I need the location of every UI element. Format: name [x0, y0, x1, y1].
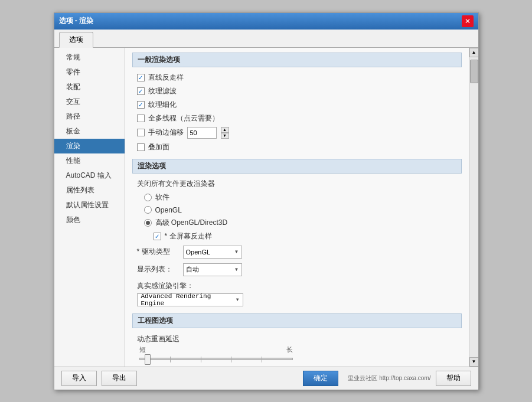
- radio-opengl[interactable]: [144, 206, 152, 214]
- content-area: 常规 零件 装配 交互 路径 板金 渲染 性能 AutoCAD 输入 属性列表 …: [54, 48, 478, 367]
- title-bar: 选项 - 渲染 ✕: [54, 13, 478, 30]
- spinner-down[interactable]: ▼: [221, 133, 229, 139]
- label-fullscreen-aa: * 全屏幕反走样: [165, 231, 212, 241]
- dropdown-display-list[interactable]: 自动 ▼: [183, 263, 242, 276]
- section-general-render: 一般渲染选项: [132, 53, 462, 67]
- label-long-1: 长: [286, 345, 293, 354]
- option-texture-filter: 纹理滤波: [132, 84, 462, 98]
- option-multiline: 全多线程（点云需要）: [132, 112, 462, 125]
- checkbox-texture-filter[interactable]: [137, 87, 145, 95]
- dropdown-display-arrow: ▼: [234, 267, 239, 272]
- bottom-right: 确定 里业云社区 http://top.caxa.com/ 帮助: [303, 371, 471, 386]
- spinner-manual-edge[interactable]: 50: [187, 127, 217, 139]
- label-texture-detail: 纹理细化: [148, 100, 177, 110]
- dropdown-driver-arrow: ▼: [234, 249, 239, 254]
- sidebar-item-sheetmetal[interactable]: 板金: [54, 124, 125, 139]
- sidebar-item-assembly[interactable]: 装配: [54, 80, 125, 94]
- sidebar-item-render[interactable]: 渲染: [54, 139, 125, 153]
- dynamic-redraw-labels: 短 长: [139, 345, 293, 354]
- label-opengl: OpenGL: [155, 206, 182, 214]
- label-advanced: 高级 OpenGL/Direct3D: [155, 218, 228, 228]
- radio-advanced-row: 高级 OpenGL/Direct3D: [132, 216, 462, 230]
- main-window: 选项 - 渲染 ✕ 选项 常规 零件 装配 交互 路径 板金 渲染 性能 Aut…: [54, 12, 479, 390]
- scrollbar: ▲ ▼: [469, 48, 478, 367]
- checkbox-fullscreen-aa[interactable]: [154, 233, 161, 240]
- real-render-row: 真实感渲染引擎： Advanced Rendering Engine ▼: [132, 279, 462, 309]
- label-driver-type: * 驱动类型: [137, 247, 178, 257]
- sidebar-item-part[interactable]: 零件: [54, 65, 125, 80]
- bottom-bar: 导入 导出 确定 里业云社区 http://top.caxa.com/ 帮助: [54, 367, 478, 390]
- tab-options[interactable]: 选项: [59, 32, 93, 48]
- label-short-1: 短: [139, 345, 146, 354]
- sidebar-item-performance[interactable]: 性能: [54, 153, 125, 168]
- sidebar-item-autocad[interactable]: AutoCAD 输入: [54, 168, 125, 183]
- import-button[interactable]: 导入: [61, 371, 97, 386]
- driver-type-row: * 驱动类型 OpenGL ▼: [132, 243, 462, 261]
- scroll-down[interactable]: ▼: [469, 357, 478, 367]
- spinner-up[interactable]: ▲: [221, 127, 229, 133]
- option-antialiasing: 直线反走样: [132, 71, 462, 84]
- section-drawing-options: 工程图选项: [132, 313, 462, 328]
- scroll-thumb[interactable]: [470, 60, 478, 83]
- display-list-row: 显示列表： 自动 ▼: [132, 261, 462, 279]
- slider-track-1[interactable]: [139, 358, 293, 360]
- close-all-files-row: 关闭所有文件更改渲染器: [132, 177, 462, 191]
- option-overlay: 叠加面: [132, 140, 462, 154]
- label-texture-filter: 纹理滤波: [148, 86, 177, 96]
- radio-software-row: 软件: [132, 191, 462, 204]
- label-real-render: 真实感渲染引擎：: [137, 281, 457, 291]
- checkbox-manual-edge[interactable]: [137, 129, 145, 136]
- dropdown-driver-type[interactable]: OpenGL ▼: [183, 246, 242, 259]
- sidebar-item-color[interactable]: 颜色: [54, 213, 125, 227]
- label-multiline: 全多线程（点云需要）: [148, 113, 219, 123]
- label-manual-edge: 手动边偏移: [148, 128, 184, 138]
- spinner-buttons[interactable]: ▲ ▼: [221, 127, 229, 139]
- sub-checkbox-fullscreen: * 全屏幕反走样: [132, 230, 462, 243]
- label-close-all: 关闭所有文件更改渲染器: [137, 179, 215, 189]
- dropdown-real-render[interactable]: Advanced Rendering Engine ▼: [137, 293, 243, 306]
- help-button[interactable]: 帮助: [436, 371, 471, 386]
- export-button[interactable]: 导出: [102, 371, 137, 386]
- main-panel: 一般渲染选项 直线反走样 纹理滤波 纹理细化 全多线程（点云需要） 手动边偏移: [125, 48, 469, 367]
- slider-thumb-1[interactable]: [145, 354, 151, 365]
- sidebar: 常规 零件 装配 交互 路径 板金 渲染 性能 AutoCAD 输入 属性列表 …: [54, 48, 125, 367]
- section-render-options: 渲染选项: [132, 159, 462, 174]
- sidebar-item-path[interactable]: 路径: [54, 109, 125, 124]
- dynamic-redraw-delay: 动态重画延迟 短 长: [132, 332, 462, 366]
- radio-software[interactable]: [144, 194, 152, 201]
- label-dynamic-redraw: 动态重画延迟: [137, 334, 457, 344]
- sidebar-item-proplist[interactable]: 属性列表: [54, 183, 125, 198]
- checkbox-overlay[interactable]: [137, 143, 145, 151]
- close-button[interactable]: ✕: [462, 15, 474, 27]
- ok-button[interactable]: 确定: [303, 371, 338, 386]
- label-display-list: 显示列表：: [137, 264, 178, 274]
- dropdown-render-arrow: ▼: [236, 297, 239, 302]
- bottom-left: 导入 导出: [61, 371, 137, 386]
- sidebar-item-general[interactable]: 常规: [54, 50, 125, 65]
- window-title: 选项 - 渲染: [59, 16, 94, 26]
- sidebar-item-default-props[interactable]: 默认属性设置: [54, 198, 125, 213]
- tab-bar: 选项: [54, 30, 478, 48]
- label-antialiasing: 直线反走样: [148, 73, 184, 83]
- checkbox-antialiasing[interactable]: [137, 74, 145, 81]
- label-software: 软件: [155, 192, 169, 202]
- option-texture-detail: 纹理细化: [132, 98, 462, 112]
- watermark-text: 里业云社区 http://top.caxa.com/: [348, 374, 430, 383]
- option-manual-edge: 手动边偏移 50 ▲ ▼: [132, 125, 462, 140]
- checkbox-multiline[interactable]: [137, 115, 145, 122]
- label-overlay: 叠加面: [148, 142, 169, 152]
- checkbox-texture-detail[interactable]: [137, 101, 145, 109]
- radio-advanced[interactable]: [144, 219, 152, 227]
- scroll-up[interactable]: ▲: [469, 48, 478, 57]
- sidebar-item-interaction[interactable]: 交互: [54, 94, 125, 109]
- radio-opengl-row: OpenGL: [132, 204, 462, 216]
